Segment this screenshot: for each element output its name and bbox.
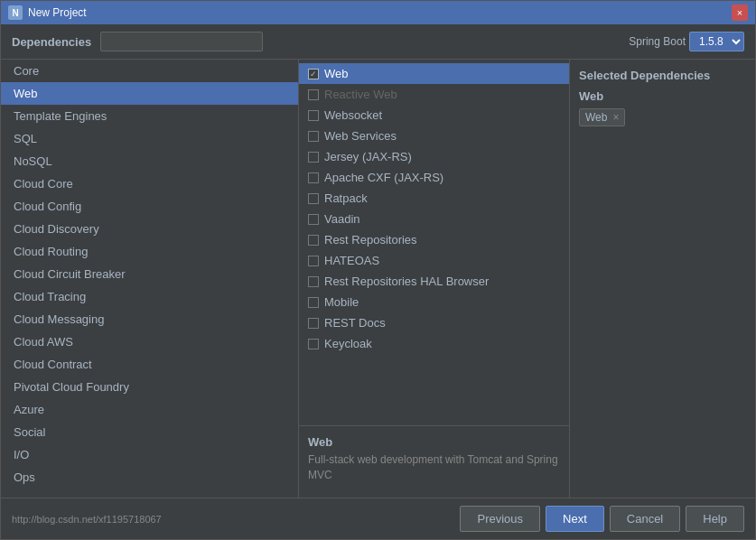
- checkbox-rest-repositories[interactable]: [308, 235, 319, 246]
- sidebar-item-cloud-contract[interactable]: Cloud Contract: [1, 353, 298, 376]
- sidebar-item-cloud-circuit-breaker[interactable]: Cloud Circuit Breaker: [1, 263, 298, 285]
- checkbox-vaadin[interactable]: [308, 214, 319, 225]
- left-panel: Core Web Template Engines SQL NoSQL Clou…: [1, 60, 299, 498]
- sidebar-item-cloud-tracing[interactable]: Cloud Tracing: [1, 285, 298, 308]
- cancel-button[interactable]: Cancel: [610, 506, 680, 532]
- dep-label-rest-repositories: Rest Repositories: [324, 233, 417, 247]
- main-content: Dependencies Spring Boot 1.5.8 Core Web …: [1, 24, 755, 539]
- dep-label-websocket: Websocket: [324, 108, 382, 122]
- title-bar: N New Project ×: [1, 1, 755, 24]
- header: Dependencies Spring Boot 1.5.8: [1, 24, 755, 60]
- dep-item-rest-repositories[interactable]: Rest Repositories: [299, 229, 569, 250]
- description-area: Web Full-stack web development with Tomc…: [299, 425, 569, 498]
- sidebar-item-ops[interactable]: Ops: [1, 466, 298, 489]
- sidebar-item-template-engines[interactable]: Template Engines: [1, 105, 298, 127]
- checkbox-rest-repositories-hal[interactable]: [308, 276, 319, 287]
- web-section-label: Web: [579, 89, 746, 103]
- checkbox-rest-docs[interactable]: [308, 318, 319, 329]
- dep-item-web[interactable]: Web: [299, 63, 569, 84]
- dep-label-rest-repositories-hal: Rest Repositories HAL Browser: [324, 275, 489, 288]
- next-button[interactable]: Next: [546, 506, 604, 532]
- sidebar-item-sql[interactable]: SQL: [1, 127, 298, 150]
- dep-item-websocket[interactable]: Websocket: [299, 105, 569, 126]
- dep-label-reactive-web: Reactive Web: [324, 88, 397, 101]
- sidebar-item-web[interactable]: Web: [1, 82, 298, 105]
- dep-item-jersey[interactable]: Jersey (JAX-RS): [299, 146, 569, 167]
- close-button[interactable]: ×: [732, 5, 748, 21]
- dep-item-mobile[interactable]: Mobile: [299, 292, 569, 312]
- previous-button[interactable]: Previous: [460, 506, 540, 532]
- checkbox-websocket[interactable]: [308, 110, 319, 121]
- checkbox-jersey[interactable]: [308, 152, 319, 163]
- dep-label-apache-cxf: Apache CXF (JAX-RS): [324, 171, 443, 184]
- checkbox-web-services[interactable]: [308, 131, 319, 142]
- dep-label-rest-docs: REST Docs: [324, 316, 386, 330]
- dep-item-reactive-web[interactable]: Reactive Web: [299, 84, 569, 105]
- sidebar-item-cloud-aws[interactable]: Cloud AWS: [1, 331, 298, 353]
- sidebar-item-cloud-messaging[interactable]: Cloud Messaging: [1, 308, 298, 331]
- checkbox-mobile[interactable]: [308, 297, 319, 308]
- sidebar-item-cloud-core[interactable]: Cloud Core: [1, 172, 298, 195]
- spring-boot-label: Spring Boot: [629, 35, 686, 48]
- right-panel: Selected Dependencies Web Web ×: [570, 60, 755, 498]
- spring-boot-select[interactable]: 1.5.8: [689, 32, 744, 51]
- dep-label-keycloak: Keycloak: [324, 337, 372, 350]
- dep-label-jersey: Jersey (JAX-RS): [324, 150, 412, 163]
- main-area: Core Web Template Engines SQL NoSQL Clou…: [1, 60, 755, 498]
- dep-item-apache-cxf[interactable]: Apache CXF (JAX-RS): [299, 167, 569, 188]
- selected-dependencies-title: Selected Dependencies: [579, 69, 746, 82]
- web-dep-tag-remove[interactable]: ×: [612, 111, 619, 124]
- dep-item-ratpack[interactable]: Ratpack: [299, 188, 569, 209]
- checkbox-apache-cxf[interactable]: [308, 172, 319, 183]
- dep-label-mobile: Mobile: [324, 295, 359, 309]
- dep-label-web: Web: [324, 67, 349, 80]
- checkbox-web[interactable]: [308, 69, 319, 79]
- dep-item-keycloak[interactable]: Keycloak: [299, 333, 569, 354]
- dep-label-web-services: Web Services: [324, 129, 397, 143]
- new-project-window: N New Project × Dependencies Spring Boot…: [0, 0, 756, 540]
- sidebar-item-nosql[interactable]: NoSQL: [1, 150, 298, 172]
- sidebar-item-pivotal-cloud-foundry[interactable]: Pivotal Cloud Foundry: [1, 376, 298, 398]
- middle-panel: Web Reactive Web Websocket Web Services: [299, 60, 570, 498]
- sidebar-item-social[interactable]: Social: [1, 421, 298, 443]
- sidebar-item-cloud-config[interactable]: Cloud Config: [1, 195, 298, 218]
- dep-item-rest-docs[interactable]: REST Docs: [299, 312, 569, 333]
- dep-label-vaadin: Vaadin: [324, 212, 360, 226]
- description-title: Web: [308, 435, 560, 449]
- window-icon: N: [8, 5, 23, 20]
- footer: http://blog.csdn.net/xf1195718067 Previo…: [1, 498, 755, 539]
- description-text: Full-stack web development with Tomcat a…: [308, 452, 560, 483]
- sidebar-item-azure[interactable]: Azure: [1, 398, 298, 421]
- web-dep-tag: Web ×: [579, 108, 625, 126]
- window-title: New Project: [28, 6, 87, 19]
- web-dep-tag-label: Web: [585, 111, 607, 124]
- dep-item-web-services[interactable]: Web Services: [299, 126, 569, 146]
- checkbox-ratpack[interactable]: [308, 193, 319, 204]
- dependency-list: Web Reactive Web Websocket Web Services: [299, 60, 569, 425]
- help-button[interactable]: Help: [686, 506, 744, 532]
- dep-label-hateoas: HATEOAS: [324, 254, 379, 267]
- checkbox-keycloak[interactable]: [308, 339, 319, 349]
- sidebar-item-cloud-discovery[interactable]: Cloud Discovery: [1, 218, 298, 240]
- web-section: Web Web ×: [579, 89, 746, 130]
- search-input[interactable]: [100, 32, 263, 51]
- dependencies-label: Dependencies: [12, 35, 91, 49]
- dep-item-hateoas[interactable]: HATEOAS: [299, 250, 569, 271]
- sidebar-item-cloud-routing[interactable]: Cloud Routing: [1, 240, 298, 263]
- checkbox-reactive-web[interactable]: [308, 89, 319, 100]
- footer-url: http://blog.csdn.net/xf1195718067: [12, 514, 162, 525]
- dep-label-ratpack: Ratpack: [324, 191, 368, 205]
- sidebar-item-io[interactable]: I/O: [1, 443, 298, 466]
- checkbox-hateoas[interactable]: [308, 256, 319, 266]
- dep-item-vaadin[interactable]: Vaadin: [299, 209, 569, 229]
- sidebar-item-core[interactable]: Core: [1, 60, 298, 82]
- dep-item-rest-repositories-hal[interactable]: Rest Repositories HAL Browser: [299, 271, 569, 292]
